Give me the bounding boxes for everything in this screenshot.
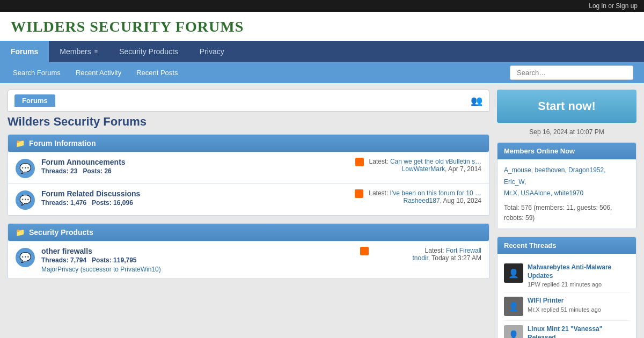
forum-latest-detail-firewalls: Latest: Fort Firewall tnodir, Today at 3… [374, 247, 481, 262]
members-total: Total: 576 (members: 11, guests: 506, ro… [504, 203, 630, 223]
threads-count-ann: 23 [70, 167, 77, 175]
rss-icon-related: ️ [355, 189, 363, 198]
posts-count-fw: 119,795 [113, 256, 136, 264]
member-mr-x[interactable]: Mr.X [504, 189, 517, 197]
forum-bubble-icon-announcements: 💬 [16, 159, 35, 178]
members-expand-icon: ≡ [94, 48, 98, 55]
forum-name-related[interactable]: Forum Related Discussions [41, 189, 348, 198]
member-beethoven[interactable]: beethoven [535, 166, 565, 174]
recent-thread-2: 👤 Linux Mint 21 "Vanessa" Released fblai… [504, 321, 630, 338]
members-online-list: A_mouse, beethoven, Dragon1952, Eric_W, … [504, 165, 630, 200]
member-eric-w[interactable]: Eric_W [504, 178, 524, 186]
threads-label-fw: Threads: [41, 256, 69, 264]
site-logo: Wilders Security Forums [11, 18, 244, 35]
forum-details-announcements: Forum Announcements Threads: 23 Posts: 2… [41, 158, 349, 175]
members-online-box: Members Online Now A_mouse, beethoven, D… [497, 142, 636, 229]
forum-stats-firewalls: Threads: 7,794 Posts: 119,795 [41, 256, 354, 264]
latest-title-fw[interactable]: Fort Firewall [446, 247, 481, 254]
thread-info-2: Linux Mint 21 "Vanessa" Released fblais … [528, 325, 630, 338]
forum-latest-announcements: ️ Latest: Can we get the old vBulletin s… [355, 158, 481, 173]
latest-date-rel: Aug 10, 2024 [443, 197, 481, 204]
posts-count-ann: 26 [104, 167, 111, 175]
forum-latest-detail-announcements: Latest: Can we get the old vBulletin s… … [369, 158, 481, 173]
sticky-title-fw[interactable]: MajorPrivacy (successor to PrivateWin10) [41, 266, 161, 273]
thread-meta-1: Mr.X replied 51 minutes ago [528, 306, 630, 313]
forum-row-related: 💬 Forum Related Discussions Threads: 1,4… [8, 183, 489, 215]
member-a-mouse[interactable]: A_mouse [504, 166, 531, 174]
forum-row-firewalls: 💬 other firewalls Threads: 7,794 Posts: … [8, 241, 489, 278]
members-online-content: A_mouse, beethoven, Dragon1952, Eric_W, … [497, 159, 636, 229]
latest-label-fw: Latest: [425, 247, 444, 254]
member-white1970[interactable]: white1970 [554, 189, 583, 197]
nav-forums[interactable]: Forums [0, 41, 49, 62]
recent-threads-content: 👤 Malwarebytes Anti-Malware Updates 1PW … [497, 254, 636, 338]
thread-title-2[interactable]: Linux Mint 21 "Vanessa" Released [528, 325, 630, 338]
forum-details-related: Forum Related Discussions Threads: 1,476… [41, 189, 348, 207]
breadcrumb-bar: Forums 👥 [8, 90, 489, 112]
nav-privacy[interactable]: Privacy [189, 41, 235, 62]
latest-user-ann[interactable]: LowWaterMark [402, 165, 445, 173]
sub-nav: Search Forums Recent Activity Recent Pos… [0, 62, 644, 83]
thread-title-0[interactable]: Malwarebytes Anti-Malware Updates [528, 263, 630, 280]
login-link[interactable]: Log in or Sign up [589, 2, 638, 10]
forum-name-firewalls[interactable]: other firewalls [41, 247, 354, 255]
main-layout: Forums 👥 Wilders Security Forums 📁 Forum… [0, 83, 644, 338]
thread-info-1: WIFI Printer Mr.X replied 51 minutes ago [528, 297, 630, 313]
forum-bubble-icon-related: 💬 [16, 190, 35, 210]
threads-count-rel: 1,476 [70, 199, 86, 207]
top-bar: Log in or Sign up [0, 0, 644, 12]
forum-stats-related: Threads: 1,476 Posts: 16,096 [41, 199, 348, 207]
main-nav: Forums Members ≡ Security Products Priva… [0, 41, 644, 62]
search-bar-container [504, 62, 639, 83]
subnav-recent-posts[interactable]: Recent Posts [129, 64, 185, 81]
avatar-thread-1: 👤 [504, 297, 523, 316]
section-header-label: Forum Information [29, 139, 96, 148]
members-label: Members [60, 47, 91, 56]
nav-security-products[interactable]: Security Products [108, 41, 189, 62]
latest-title-ann[interactable]: Can we get the old vBulletin s… [390, 158, 481, 165]
sidebar-date: Sep 16, 2024 at 10:07 PM [497, 128, 636, 136]
forum-latest-firewalls: ️ Latest: Fort Firewall tnodir, Today at… [360, 247, 481, 262]
latest-title-rel[interactable]: I've been on this forum for 10 … [390, 189, 481, 197]
rss-icon-announcements: ️ [355, 158, 364, 166]
recent-thread-0: 👤 Malwarebytes Anti-Malware Updates 1PW … [504, 259, 630, 292]
subnav-recent-activity[interactable]: Recent Activity [68, 64, 129, 81]
avatar-thread-2: 👤 [504, 325, 523, 338]
forum-latest-detail-related: Latest: I've been on this forum for 10 …… [369, 189, 481, 204]
forum-name-announcements[interactable]: Forum Announcements [41, 158, 349, 166]
posts-label-ann: Posts: [83, 167, 103, 175]
forum-latest-related: ️ Latest: I've been on this forum for 10… [355, 189, 481, 204]
latest-date-fw: Today at 3:27 AM [431, 254, 481, 262]
latest-date-ann: Apr 7, 2014 [448, 165, 481, 173]
recent-threads-header: Recent Threads [497, 237, 636, 254]
start-now-button[interactable]: Start now! [497, 90, 636, 123]
forum-details-firewalls: other firewalls Threads: 7,794 Posts: 11… [41, 247, 354, 273]
threads-label-ann: Threads: [41, 167, 69, 175]
section-header-security-products: 📁 Security Products [8, 224, 489, 241]
posts-count-rel: 16,096 [113, 199, 133, 207]
threads-label-rel: Threads: [41, 199, 69, 207]
forum-stats-announcements: Threads: 23 Posts: 26 [41, 167, 349, 175]
latest-user-rel[interactable]: Rasheed187 [404, 197, 440, 204]
member-usaalone[interactable]: USAAlone [521, 189, 550, 197]
sidebar: Start now! Sep 16, 2024 at 10:07 PM Memb… [497, 90, 636, 338]
forum-section-information: 📁 Forum Information 💬 Forum Announcement… [8, 134, 489, 216]
recent-thread-1: 👤 WIFI Printer Mr.X replied 51 minutes a… [504, 292, 630, 321]
latest-user-fw[interactable]: tnodir [412, 254, 428, 262]
latest-label-ann: Latest: [369, 158, 389, 165]
thread-title-1[interactable]: WIFI Printer [528, 297, 630, 305]
rss-icon-firewalls: ️ [360, 247, 369, 255]
logo-bar: Wilders Security Forums [0, 12, 644, 41]
member-dragon1952[interactable]: Dragon1952 [568, 166, 604, 174]
posts-label-fw: Posts: [92, 256, 112, 264]
threads-count-fw: 7,794 [70, 256, 86, 264]
recent-threads-box: Recent Threads 👤 Malwarebytes Anti-Malwa… [497, 237, 636, 338]
nav-members[interactable]: Members ≡ [49, 41, 108, 62]
members-icon: 👥 [471, 95, 482, 107]
subnav-search-forums[interactable]: Search Forums [5, 64, 68, 81]
search-input[interactable] [510, 65, 633, 80]
breadcrumb-tab[interactable]: Forums [14, 94, 55, 107]
forum-row-announcements: 💬 Forum Announcements Threads: 23 Posts:… [8, 152, 489, 183]
posts-label-rel: Posts: [92, 199, 112, 207]
thread-meta-0: 1PW replied 21 minutes ago [528, 281, 630, 288]
